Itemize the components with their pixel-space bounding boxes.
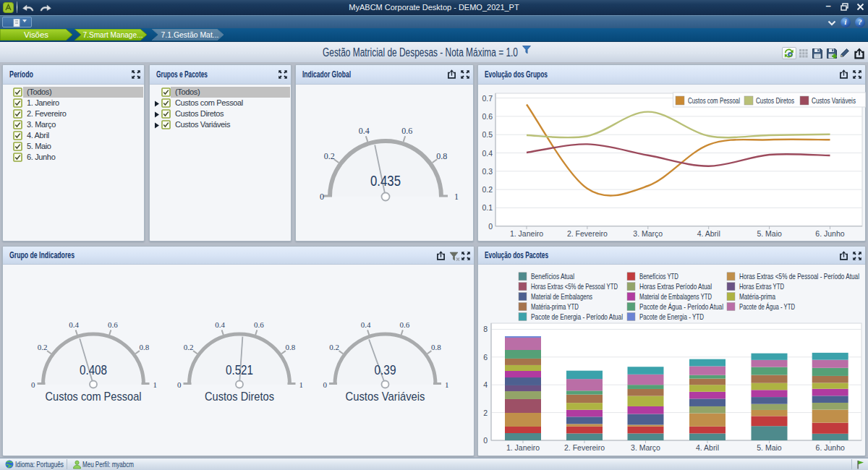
svg-text:Custos Diretos: Custos Diretos <box>205 390 274 403</box>
svg-text:0.3: 0.3 <box>482 167 493 176</box>
svg-text:2: 2 <box>483 409 488 417</box>
svg-text:0.6: 0.6 <box>254 320 264 329</box>
svg-text:Grupos e Pacotes: Grupos e Pacotes <box>156 69 208 80</box>
svg-text:6. Junho: 6. Junho <box>815 229 844 238</box>
svg-text:Meu Perfil: myabcm: Meu Perfil: myabcm <box>82 460 134 469</box>
svg-text:0: 0 <box>483 436 488 445</box>
svg-text:1: 1 <box>454 192 459 202</box>
svg-text:0.6: 0.6 <box>108 320 118 329</box>
svg-text:0: 0 <box>177 380 182 389</box>
svg-text:0.7: 0.7 <box>482 94 493 103</box>
svg-text:0.6: 0.6 <box>401 126 412 136</box>
svg-text:Horas Extras <5% de Pessoal YT: Horas Extras <5% de Pessoal YTD <box>531 282 618 291</box>
svg-text:8: 8 <box>483 325 488 333</box>
svg-text:Benefícios Atual: Benefícios Atual <box>531 272 574 281</box>
svg-text:Custos Variáveis: Custos Variáveis <box>346 390 425 403</box>
svg-text:Matéria-prima YTD: Matéria-prima YTD <box>531 302 579 311</box>
svg-text:4. Abril: 4. Abril <box>697 229 720 238</box>
svg-text:0.1: 0.1 <box>482 203 493 212</box>
svg-text:0.4: 0.4 <box>359 126 370 136</box>
svg-text:Pacote de Energia - Período At: Pacote de Energia - Período Atual <box>531 312 623 321</box>
svg-text:1: 1 <box>445 380 449 389</box>
svg-text:Matéria-prima: Matéria-prima <box>739 292 775 301</box>
svg-text:Idioma: Português: Idioma: Português <box>15 460 64 469</box>
svg-text:0: 0 <box>320 192 324 202</box>
svg-text:Custos com Pessoal: Custos com Pessoal <box>46 390 142 403</box>
svg-text:Gestão Matricial de Despesas -: Gestão Matricial de Despesas - Nota Máxi… <box>323 46 518 59</box>
svg-text:Horas Extras Período Atual: Horas Extras Período Atual <box>639 282 712 291</box>
svg-text:Custos Variáveis: Custos Variáveis <box>812 96 856 105</box>
svg-text:4: 4 <box>483 380 488 389</box>
svg-text:1. Janeiro: 1. Janeiro <box>510 229 543 238</box>
svg-text:0.6: 0.6 <box>482 112 493 121</box>
svg-text:0.8: 0.8 <box>436 151 447 161</box>
svg-text:Benefícios YTD: Benefícios YTD <box>639 272 678 281</box>
svg-text:0: 0 <box>488 222 493 231</box>
svg-text:0.2: 0.2 <box>38 343 48 351</box>
svg-text:3. Março: 3. Março <box>631 443 660 452</box>
svg-text:7.1.Gestão Mat...: 7.1.Gestão Mat... <box>161 30 219 39</box>
svg-text:Custos Diretos: Custos Diretos <box>756 96 794 105</box>
svg-text:Custos com Pessoal: Custos com Pessoal <box>688 96 740 105</box>
svg-text:0.435: 0.435 <box>370 173 401 189</box>
svg-text:2. Fevereiro: 2. Fevereiro <box>564 443 605 452</box>
svg-text:0.2: 0.2 <box>482 185 493 194</box>
svg-text:1. Janeiro: 1. Janeiro <box>506 443 540 452</box>
svg-text:Material de Embalagens YTD: Material de Embalagens YTD <box>639 292 712 301</box>
svg-text:7.Smart Manage...: 7.Smart Manage... <box>83 30 143 39</box>
svg-text:Evolução dos Grupos: Evolução dos Grupos <box>485 69 548 80</box>
svg-text:0.4: 0.4 <box>482 149 493 158</box>
svg-text:0.6: 0.6 <box>400 320 410 329</box>
svg-text:5. Maio: 5. Maio <box>757 443 782 452</box>
svg-text:Grupo de Indicadores: Grupo de Indicadores <box>9 250 75 260</box>
svg-text:Material de Embalagens: Material de Embalagens <box>531 292 592 301</box>
svg-text:Indicador Global: Indicador Global <box>302 69 351 80</box>
svg-text:4. Abril: 4. Abril <box>696 443 719 452</box>
svg-text:0.408: 0.408 <box>80 363 107 377</box>
svg-text:1: 1 <box>153 380 158 389</box>
svg-text:5. Maio: 5. Maio <box>757 229 782 238</box>
svg-text:Horas Extras <5% de Pessoal -: Horas Extras <5% de Pessoal - Período At… <box>739 272 859 281</box>
svg-text:0.521: 0.521 <box>226 363 253 377</box>
svg-text:0.8: 0.8 <box>140 343 150 351</box>
svg-text:0.4: 0.4 <box>69 320 79 329</box>
svg-text:6. Junho: 6. Junho <box>816 443 845 452</box>
svg-text:Evolução dos Pacotes: Evolução dos Pacotes <box>485 250 548 260</box>
svg-text:1: 1 <box>299 380 304 389</box>
svg-text:0.2: 0.2 <box>329 343 339 351</box>
svg-text:3. Março: 3. Março <box>633 229 663 238</box>
svg-text:0.5: 0.5 <box>482 130 493 139</box>
svg-text:0.2: 0.2 <box>324 151 335 161</box>
svg-text:2. Fevereiro: 2. Fevereiro <box>567 229 608 238</box>
svg-text:Pacote de Água - Período Atual: Pacote de Água - Período Atual <box>639 302 723 311</box>
svg-text:0.8: 0.8 <box>431 343 441 351</box>
svg-text:Pacote de Água - YTD: Pacote de Água - YTD <box>739 302 795 311</box>
svg-text:Visões: Visões <box>24 30 49 39</box>
svg-text:0.39: 0.39 <box>375 363 396 377</box>
svg-text:0: 0 <box>31 380 35 389</box>
svg-text:Pacote de Energia - YTD: Pacote de Energia - YTD <box>639 312 704 321</box>
svg-text:0.2: 0.2 <box>184 343 194 351</box>
svg-text:0.8: 0.8 <box>286 343 296 351</box>
svg-text:0.4: 0.4 <box>215 320 225 329</box>
svg-text:6: 6 <box>483 353 488 362</box>
svg-text:0: 0 <box>323 380 328 389</box>
svg-text:Período: Período <box>9 69 33 80</box>
svg-text:Horas Extras YTD: Horas Extras YTD <box>739 282 784 291</box>
svg-text:0.4: 0.4 <box>361 320 371 329</box>
